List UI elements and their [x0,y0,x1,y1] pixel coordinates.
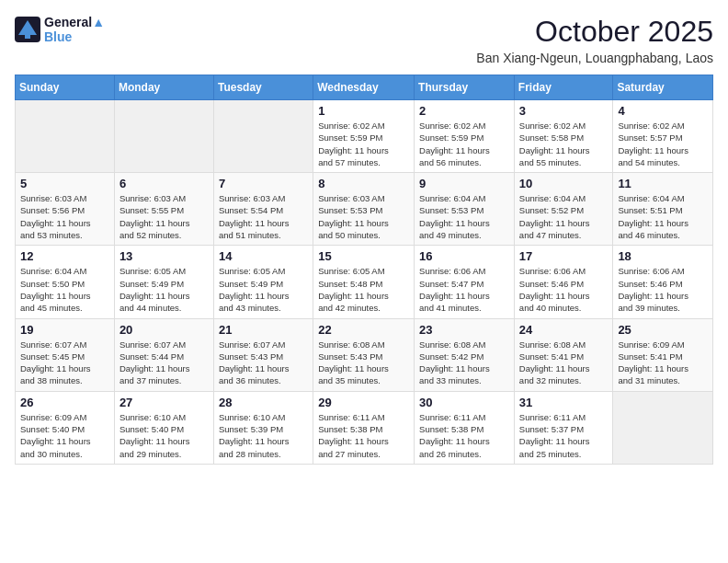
logo-text: General▲ Blue [44,15,105,44]
day-info: Sunrise: 6:06 AM Sunset: 5:46 PM Dayligh… [519,265,609,314]
month-title: October 2025 [476,15,713,49]
day-number: 12 [20,249,109,263]
day-number: 28 [219,396,308,409]
day-info: Sunrise: 6:08 AM Sunset: 5:43 PM Dayligh… [318,339,409,387]
calendar-week-4: 19Sunrise: 6:07 AM Sunset: 5:45 PM Dayli… [16,318,713,391]
calendar-cell: 7Sunrise: 6:03 AM Sunset: 5:54 PM Daylig… [213,173,313,246]
calendar-cell [114,100,213,173]
calendar-cell: 5Sunrise: 6:03 AM Sunset: 5:56 PM Daylig… [16,173,115,246]
day-info: Sunrise: 6:02 AM Sunset: 5:57 PM Dayligh… [618,120,708,168]
day-number: 29 [318,396,409,409]
weekday-header-sunday: Sunday [16,75,115,100]
day-number: 21 [219,323,308,337]
weekday-header-row: SundayMondayTuesdayWednesdayThursdayFrid… [16,75,713,100]
calendar-week-5: 26Sunrise: 6:09 AM Sunset: 5:40 PM Dayli… [16,391,713,464]
calendar-cell: 9Sunrise: 6:04 AM Sunset: 5:53 PM Daylig… [415,173,515,246]
day-number: 3 [519,104,609,118]
day-number: 4 [618,104,708,118]
calendar-cell: 17Sunrise: 6:06 AM Sunset: 5:46 PM Dayli… [514,246,613,318]
day-number: 16 [419,249,509,263]
day-info: Sunrise: 6:04 AM Sunset: 5:53 PM Dayligh… [419,192,509,241]
title-area: October 2025 Ban Xiang-Ngeun, Louangphab… [476,15,713,65]
calendar-cell: 12Sunrise: 6:04 AM Sunset: 5:50 PM Dayli… [16,246,115,318]
calendar-week-2: 5Sunrise: 6:03 AM Sunset: 5:56 PM Daylig… [16,173,713,246]
day-number: 26 [20,396,109,409]
day-info: Sunrise: 6:06 AM Sunset: 5:46 PM Dayligh… [618,265,708,314]
day-number: 15 [318,249,409,263]
day-number: 20 [119,323,209,337]
day-number: 18 [618,249,708,263]
day-number: 5 [20,177,109,190]
logo: General▲ Blue [15,15,105,44]
page-header: General▲ Blue October 2025 Ban Xiang-Nge… [15,15,713,65]
calendar-cell: 30Sunrise: 6:11 AM Sunset: 5:38 PM Dayli… [415,391,515,464]
day-number: 13 [119,249,209,263]
day-number: 24 [519,323,609,337]
day-info: Sunrise: 6:02 AM Sunset: 5:59 PM Dayligh… [318,120,409,168]
calendar-cell [613,391,713,464]
calendar-cell: 29Sunrise: 6:11 AM Sunset: 5:38 PM Dayli… [313,391,415,464]
svg-rect-2 [25,31,30,39]
day-info: Sunrise: 6:04 AM Sunset: 5:52 PM Dayligh… [519,192,609,241]
day-info: Sunrise: 6:05 AM Sunset: 5:49 PM Dayligh… [219,265,308,314]
day-info: Sunrise: 6:10 AM Sunset: 5:40 PM Dayligh… [119,411,209,460]
calendar-cell: 2Sunrise: 6:02 AM Sunset: 5:59 PM Daylig… [415,100,515,173]
calendar-cell: 8Sunrise: 6:03 AM Sunset: 5:53 PM Daylig… [313,173,415,246]
day-number: 30 [419,396,509,409]
calendar-cell: 6Sunrise: 6:03 AM Sunset: 5:55 PM Daylig… [114,173,213,246]
weekday-header-saturday: Saturday [613,75,713,100]
calendar-cell [16,100,115,173]
day-info: Sunrise: 6:11 AM Sunset: 5:38 PM Dayligh… [318,411,409,460]
day-number: 11 [618,177,708,190]
day-info: Sunrise: 6:02 AM Sunset: 5:59 PM Dayligh… [419,120,509,168]
day-number: 27 [119,396,209,409]
calendar-cell: 1Sunrise: 6:02 AM Sunset: 5:59 PM Daylig… [313,100,415,173]
calendar-week-3: 12Sunrise: 6:04 AM Sunset: 5:50 PM Dayli… [16,246,713,318]
calendar-cell: 20Sunrise: 6:07 AM Sunset: 5:44 PM Dayli… [114,318,213,391]
day-info: Sunrise: 6:11 AM Sunset: 5:38 PM Dayligh… [419,411,509,460]
day-number: 9 [419,177,509,190]
day-info: Sunrise: 6:05 AM Sunset: 5:48 PM Dayligh… [318,265,409,314]
day-info: Sunrise: 6:03 AM Sunset: 5:56 PM Dayligh… [20,192,109,241]
day-number: 14 [219,249,308,263]
calendar-cell: 3Sunrise: 6:02 AM Sunset: 5:58 PM Daylig… [514,100,613,173]
day-info: Sunrise: 6:07 AM Sunset: 5:43 PM Dayligh… [219,339,308,387]
day-number: 10 [519,177,609,190]
calendar-cell: 27Sunrise: 6:10 AM Sunset: 5:40 PM Dayli… [114,391,213,464]
day-number: 7 [219,177,308,190]
day-info: Sunrise: 6:08 AM Sunset: 5:41 PM Dayligh… [519,339,609,387]
day-info: Sunrise: 6:03 AM Sunset: 5:53 PM Dayligh… [318,192,409,241]
weekday-header-monday: Monday [114,75,213,100]
calendar-cell: 11Sunrise: 6:04 AM Sunset: 5:51 PM Dayli… [613,173,713,246]
weekday-header-friday: Friday [514,75,613,100]
calendar-cell: 13Sunrise: 6:05 AM Sunset: 5:49 PM Dayli… [114,246,213,318]
day-info: Sunrise: 6:03 AM Sunset: 5:55 PM Dayligh… [119,192,209,241]
calendar-cell: 23Sunrise: 6:08 AM Sunset: 5:42 PM Dayli… [415,318,515,391]
calendar-cell: 28Sunrise: 6:10 AM Sunset: 5:39 PM Dayli… [213,391,313,464]
day-number: 19 [20,323,109,337]
logo-icon [15,17,40,42]
day-info: Sunrise: 6:09 AM Sunset: 5:40 PM Dayligh… [20,411,109,460]
day-number: 25 [618,323,708,337]
day-info: Sunrise: 6:07 AM Sunset: 5:45 PM Dayligh… [20,339,109,387]
calendar-cell: 24Sunrise: 6:08 AM Sunset: 5:41 PM Dayli… [514,318,613,391]
day-info: Sunrise: 6:07 AM Sunset: 5:44 PM Dayligh… [119,339,209,387]
calendar-cell: 18Sunrise: 6:06 AM Sunset: 5:46 PM Dayli… [613,246,713,318]
calendar-cell: 15Sunrise: 6:05 AM Sunset: 5:48 PM Dayli… [313,246,415,318]
day-info: Sunrise: 6:04 AM Sunset: 5:51 PM Dayligh… [618,192,708,241]
day-number: 22 [318,323,409,337]
day-number: 1 [318,104,409,118]
calendar-cell: 16Sunrise: 6:06 AM Sunset: 5:47 PM Dayli… [415,246,515,318]
day-info: Sunrise: 6:09 AM Sunset: 5:41 PM Dayligh… [618,339,708,387]
location: Ban Xiang-Ngeun, Louangphabang, Laos [476,51,713,65]
day-info: Sunrise: 6:04 AM Sunset: 5:50 PM Dayligh… [20,265,109,314]
calendar-cell: 26Sunrise: 6:09 AM Sunset: 5:40 PM Dayli… [16,391,115,464]
day-info: Sunrise: 6:05 AM Sunset: 5:49 PM Dayligh… [119,265,209,314]
weekday-header-tuesday: Tuesday [213,75,313,100]
calendar-cell: 31Sunrise: 6:11 AM Sunset: 5:37 PM Dayli… [514,391,613,464]
day-info: Sunrise: 6:08 AM Sunset: 5:42 PM Dayligh… [419,339,509,387]
calendar-cell: 21Sunrise: 6:07 AM Sunset: 5:43 PM Dayli… [213,318,313,391]
calendar-cell: 22Sunrise: 6:08 AM Sunset: 5:43 PM Dayli… [313,318,415,391]
day-info: Sunrise: 6:11 AM Sunset: 5:37 PM Dayligh… [519,411,609,460]
day-number: 31 [519,396,609,409]
